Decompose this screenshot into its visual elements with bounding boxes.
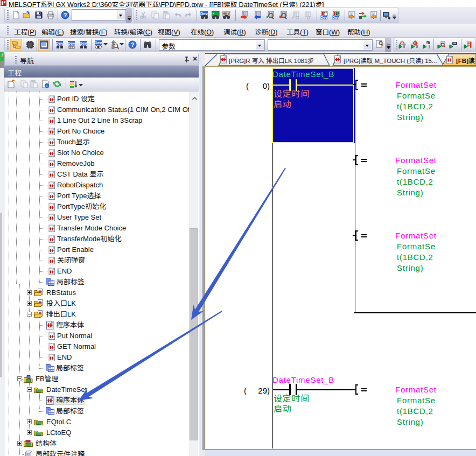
svg-text:i: i [46,84,47,88]
svg-text:?: ? [131,41,135,48]
svg-text:Dev: Dev [320,16,327,19]
svg-text:Dev: Dev [332,16,339,19]
svg-text:Dev: Dev [80,41,88,46]
svg-text:Dev: Dev [68,41,76,46]
svg-text:?: ? [64,12,67,18]
svg-text:HKY: HKY [222,12,230,16]
svg-text:Dev: Dev [56,41,64,46]
svg-text:Dev: Dev [95,40,103,45]
